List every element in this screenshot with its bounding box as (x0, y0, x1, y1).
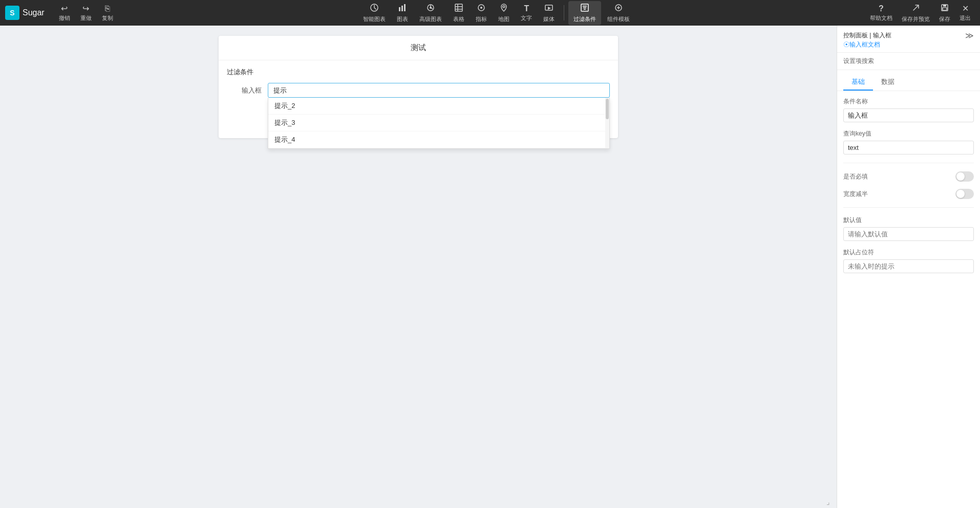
query-key-label: 查询key值 (843, 129, 974, 138)
tool-indicator[interactable]: 指标 (471, 1, 492, 25)
advanced-chart-label: 高级图表 (419, 15, 442, 23)
svg-rect-6 (455, 4, 462, 11)
suggestion-item-4[interactable]: 提示_4 (268, 131, 609, 148)
filter-input-label: 输入框 (227, 86, 268, 95)
tool-map[interactable]: 地图 (493, 1, 515, 25)
topbar-right-actions: ? 帮助文档 保存并预览 保存 ✕ 退出 (866, 1, 975, 25)
filter-section: 过滤条件 输入框 提示_2 提示_3 提示_4 (219, 60, 618, 105)
topbar-center-tools: 智能图表 图表 高级图表 表格 指标 (127, 1, 866, 25)
suggestions-dropdown: 提示_2 提示_3 提示_4 (268, 98, 610, 149)
resize-handle[interactable]: ⌟ (826, 498, 834, 505)
table-label: 表格 (453, 15, 464, 23)
smart-chart-icon (370, 3, 379, 14)
canvas-area: 测试 过滤条件 输入框 提示_2 提示_3 提示_4 (0, 26, 837, 508)
save-button[interactable]: 保存 (935, 1, 954, 25)
condition-name-label: 条件名称 (843, 97, 974, 106)
svg-rect-2 (401, 6, 403, 11)
suggestion-item-2[interactable]: 提示_2 (268, 98, 609, 115)
copy-label: 复制 (102, 14, 113, 22)
condition-name-input[interactable] (843, 108, 974, 122)
half-width-toggle[interactable] (955, 189, 974, 199)
panel-breadcrumb: 控制面板 | 输入框 (843, 31, 891, 40)
tool-component-template[interactable]: 组件模板 (602, 1, 635, 25)
default-placeholder-field: 默认占位符 (843, 248, 974, 273)
scrollbar-thumb (606, 99, 609, 119)
svg-rect-1 (399, 7, 400, 11)
default-value-input[interactable] (843, 227, 974, 241)
svg-marker-14 (548, 7, 551, 10)
main-layout: 测试 过滤条件 输入框 提示_2 提示_3 提示_4 (0, 26, 980, 508)
app-logo[interactable]: S Sugar (5, 6, 45, 20)
exit-label: 退出 (960, 14, 971, 22)
help-button[interactable]: ? 帮助文档 (866, 2, 897, 24)
help-icon: ? (879, 4, 884, 13)
undo-button[interactable]: ↩ 撤销 (55, 2, 74, 24)
media-icon (544, 3, 553, 14)
required-toggle-row: 是否必填 (843, 171, 974, 182)
filter-input-wrapper: 提示_2 提示_3 提示_4 (268, 83, 610, 98)
panel-collapse-icon[interactable]: ≫ (965, 31, 974, 40)
tool-filter[interactable]: 过滤条件 (568, 1, 601, 25)
text-icon: T (524, 4, 529, 13)
default-placeholder-input[interactable] (843, 259, 974, 273)
help-label: 帮助文档 (870, 14, 892, 22)
save-preview-button[interactable]: 保存并预览 (898, 1, 934, 25)
filter-section-title: 过滤条件 (227, 68, 610, 77)
tab-basic[interactable]: 基础 (843, 74, 873, 91)
table-icon (454, 3, 463, 14)
topbar: S Sugar ↩ 撤销 ↪ 重做 ⎘ 复制 智能图表 图表 (0, 0, 980, 26)
chart-icon (398, 3, 407, 14)
required-toggle[interactable] (955, 171, 974, 182)
condition-name-field: 条件名称 (843, 97, 974, 122)
panel-body: 条件名称 查询key值 是否必填 宽度减半 默认值 (837, 91, 980, 279)
tool-media[interactable]: 媒体 (538, 1, 560, 25)
advanced-chart-icon (426, 3, 435, 14)
filter-icon (580, 3, 589, 14)
exit-button[interactable]: ✕ 退出 (955, 2, 975, 24)
suggestion-item-3[interactable]: 提示_3 (268, 115, 609, 131)
map-icon (499, 3, 508, 14)
map-label: 地图 (498, 15, 509, 23)
dashboard-title: 测试 (219, 36, 618, 60)
dashboard-card: 测试 过滤条件 输入框 提示_2 提示_3 提示_4 (219, 36, 618, 138)
text-label: 文字 (521, 14, 532, 22)
half-width-toggle-row: 宽度减半 (843, 189, 974, 199)
redo-label: 重做 (80, 14, 92, 22)
default-placeholder-label: 默认占位符 (843, 248, 974, 257)
suggestions-scrollbar[interactable] (605, 98, 609, 148)
toolbar-divider (564, 5, 564, 20)
copy-button[interactable]: ⎘ 复制 (98, 2, 117, 24)
undo-icon: ↩ (61, 4, 68, 13)
panel-divider-1 (843, 163, 974, 163)
svg-point-5 (430, 7, 432, 9)
tool-text[interactable]: T 文字 (516, 2, 537, 24)
redo-icon: ↪ (82, 4, 89, 13)
panel-tabs: 基础 数据 (837, 70, 980, 91)
right-panel: 控制面板 | 输入框 ≫ ☉输入框文档 设置项搜索 基础 数据 条件名称 查询k… (837, 26, 980, 508)
undo-label: 撤销 (59, 14, 70, 22)
panel-breadcrumb-link[interactable]: ☉输入框文档 (843, 41, 880, 48)
svg-rect-3 (404, 4, 406, 11)
tool-advanced-chart[interactable]: 高级图表 (414, 1, 447, 25)
panel-search-label: 设置项搜索 (843, 57, 874, 64)
logo-icon: S (5, 6, 19, 20)
tool-smart-chart[interactable]: 智能图表 (358, 1, 391, 25)
indicator-label: 指标 (476, 15, 487, 23)
svg-point-11 (480, 7, 482, 9)
component-template-icon (614, 3, 623, 14)
save-preview-label: 保存并预览 (902, 15, 930, 23)
topbar-left-actions: ↩ 撤销 ↪ 重做 ⎘ 复制 (55, 2, 117, 24)
svg-rect-21 (943, 5, 946, 7)
required-toggle-label: 是否必填 (843, 172, 868, 181)
tool-chart[interactable]: 图表 (392, 1, 413, 25)
tool-table[interactable]: 表格 (448, 1, 470, 25)
tab-data[interactable]: 数据 (873, 74, 903, 91)
panel-divider-2 (843, 207, 974, 208)
filter-text-input[interactable] (268, 83, 610, 98)
smart-chart-label: 智能图表 (363, 15, 386, 23)
default-value-field: 默认值 (843, 216, 974, 241)
redo-button[interactable]: ↪ 重做 (76, 2, 96, 24)
panel-header: 控制面板 | 输入框 ≫ ☉输入框文档 (837, 26, 980, 53)
query-key-input[interactable] (843, 141, 974, 154)
query-key-field: 查询key值 (843, 129, 974, 154)
